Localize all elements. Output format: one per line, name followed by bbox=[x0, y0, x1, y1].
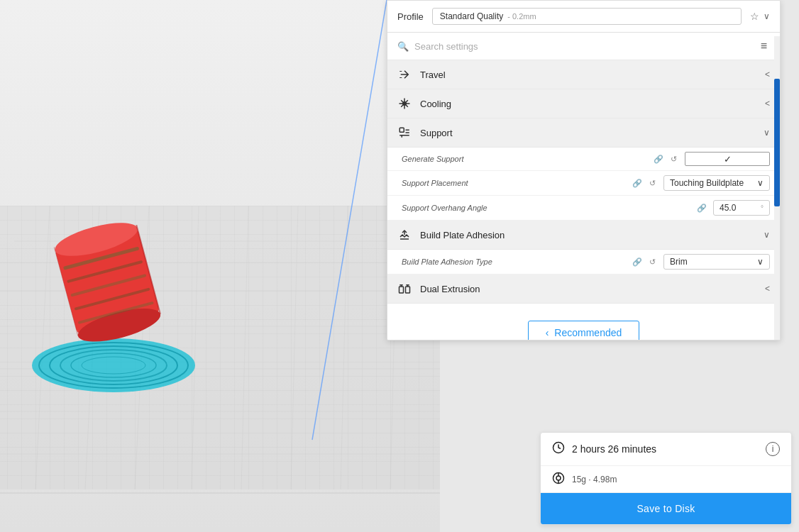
support-label: Support bbox=[420, 128, 755, 138]
generate-support-label: Generate Support bbox=[402, 155, 647, 163]
link-icon-generate[interactable]: 🔗 bbox=[653, 155, 664, 164]
profile-size: - 0.2mm bbox=[507, 12, 536, 21]
adhesion-type-dropdown[interactable]: Brim ∨ bbox=[663, 254, 770, 270]
info-icon[interactable]: i bbox=[766, 442, 780, 456]
adhesion-type-row: Build Plate Adhesion Type 🔗 ↺ Brim ∨ bbox=[387, 250, 780, 275]
bottom-panel: 2 hours 26 minutes i 15g · 4.98m Save to… bbox=[540, 432, 792, 525]
adhesion-type-label: Build Plate Adhesion Type bbox=[402, 257, 626, 266]
link-icon-adhesion[interactable]: 🔗 bbox=[632, 257, 643, 267]
support-placement-actions: 🔗 ↺ bbox=[632, 179, 658, 188]
dual-extrusion-section[interactable]: Dual Extrusion < bbox=[387, 275, 780, 304]
cooling-section[interactable]: Cooling < bbox=[387, 89, 780, 118]
material-row: 15g · 4.98m bbox=[541, 466, 791, 493]
support-placement-row: Support Placement 🔗 ↺ Touching Buildplat… bbox=[387, 171, 780, 196]
support-placement-label: Support Placement bbox=[402, 179, 626, 187]
recommended-button[interactable]: ‹ Recommended bbox=[528, 321, 640, 340]
profile-dropdown[interactable]: Standard Quality - 0.2mm bbox=[432, 8, 742, 25]
support-chevron: ∨ bbox=[764, 128, 770, 138]
adhesion-type-actions: 🔗 ↺ bbox=[632, 257, 658, 267]
support-overhang-input[interactable]: 45.0 ° bbox=[713, 200, 770, 216]
generate-support-checkbox[interactable]: ✓ bbox=[685, 152, 770, 166]
support-placement-dropdown[interactable]: Touching Buildplate ∨ bbox=[663, 175, 770, 191]
adhesion-type-value: Brim bbox=[670, 257, 751, 267]
settings-panel: Profile Standard Quality - 0.2mm ☆ ∨ 🔍 ≡… bbox=[387, 0, 781, 340]
support-overhang-label: Support Overhang Angle bbox=[402, 204, 690, 212]
support-placement-value: Touching Buildplate bbox=[670, 178, 751, 188]
profile-name: Standard Quality bbox=[440, 11, 503, 21]
material-label: 15g · 4.98m bbox=[572, 475, 617, 484]
dual-extrusion-label: Dual Extrusion bbox=[420, 284, 756, 294]
adhesion-section[interactable]: Build Plate Adhesion ∨ bbox=[387, 221, 780, 250]
recommended-chevron: ‹ bbox=[546, 327, 549, 338]
travel-section[interactable]: Travel < bbox=[387, 60, 780, 89]
time-label: 2 hours 26 minutes bbox=[572, 443, 759, 455]
cooling-label: Cooling bbox=[420, 99, 756, 109]
checkbox-check-icon: ✓ bbox=[724, 154, 732, 165]
svg-rect-36 bbox=[400, 128, 404, 132]
dual-extrusion-icon bbox=[397, 282, 412, 296]
star-icon[interactable]: ☆ bbox=[750, 11, 759, 22]
travel-icon bbox=[397, 67, 412, 82]
time-row: 2 hours 26 minutes i bbox=[541, 433, 791, 466]
generate-support-actions: 🔗 ↺ bbox=[653, 155, 679, 164]
reset-icon-generate[interactable]: ↺ bbox=[668, 155, 679, 164]
cooling-chevron: < bbox=[765, 99, 770, 109]
support-overhang-row: Support Overhang Angle 🔗 45.0 ° bbox=[387, 196, 780, 221]
search-icon: 🔍 bbox=[397, 41, 409, 52]
generate-support-row: Generate Support 🔗 ↺ ✓ bbox=[387, 148, 780, 171]
profile-chevron-icon[interactable]: ∨ bbox=[764, 11, 770, 21]
recommended-container: ‹ Recommended bbox=[387, 304, 780, 340]
menu-icon[interactable]: ≡ bbox=[758, 38, 770, 54]
clock-icon bbox=[552, 441, 565, 457]
overhang-unit: ° bbox=[761, 204, 764, 212]
svg-rect-38 bbox=[406, 287, 410, 293]
recommended-label: Recommended bbox=[554, 327, 622, 338]
svg-rect-37 bbox=[400, 287, 404, 293]
support-icon bbox=[397, 126, 412, 140]
profile-label: Profile bbox=[397, 11, 424, 22]
reset-icon-adhesion[interactable]: ↺ bbox=[646, 257, 658, 267]
scroll-track[interactable] bbox=[774, 36, 780, 340]
adhesion-icon bbox=[397, 228, 412, 242]
scroll-thumb[interactable] bbox=[774, 79, 780, 206]
cooling-icon bbox=[397, 96, 412, 111]
search-row: 🔍 ≡ bbox=[387, 33, 780, 60]
3d-viewport[interactable] bbox=[0, 0, 440, 532]
search-input[interactable] bbox=[414, 41, 752, 52]
overhang-value: 45.0 bbox=[720, 203, 758, 213]
dual-extrusion-chevron: < bbox=[765, 284, 770, 294]
save-to-disk-button[interactable]: Save to Disk bbox=[541, 493, 791, 524]
svg-point-41 bbox=[556, 476, 561, 480]
adhesion-chevron: ∨ bbox=[764, 230, 770, 240]
support-placement-arrow: ∨ bbox=[757, 178, 764, 188]
adhesion-label: Build Plate Adhesion bbox=[420, 230, 755, 240]
adhesion-type-arrow: ∨ bbox=[757, 257, 764, 267]
profile-row: Profile Standard Quality - 0.2mm ☆ ∨ bbox=[387, 1, 780, 33]
profile-actions: ☆ ∨ bbox=[750, 11, 770, 22]
travel-chevron: < bbox=[765, 70, 770, 79]
link-icon-placement[interactable]: 🔗 bbox=[632, 179, 643, 188]
support-overhang-actions: 🔗 bbox=[696, 204, 707, 213]
support-section[interactable]: Support ∨ bbox=[387, 118, 780, 148]
link-icon-overhang[interactable]: 🔗 bbox=[696, 204, 707, 213]
travel-label: Travel bbox=[420, 70, 756, 80]
reset-icon-placement[interactable]: ↺ bbox=[646, 179, 658, 188]
filament-icon bbox=[552, 472, 565, 487]
